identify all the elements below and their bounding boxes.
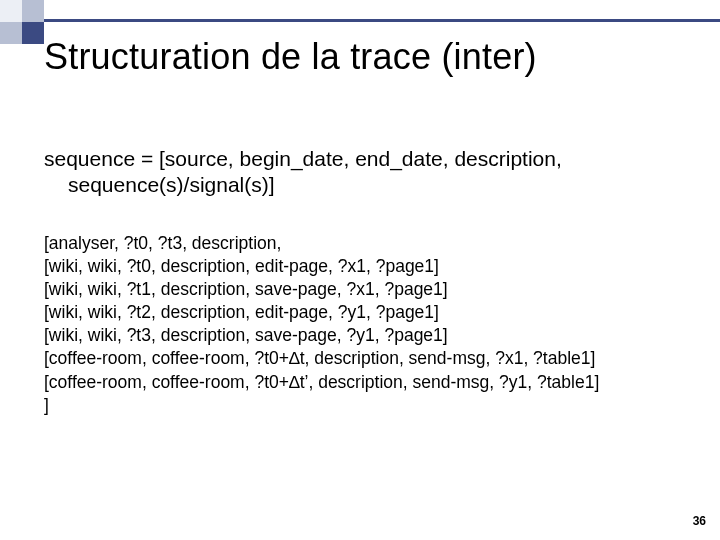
- corner-squares: [0, 0, 44, 44]
- header-rule: [44, 19, 720, 22]
- square-top-left: [0, 0, 22, 22]
- page-number: 36: [693, 514, 706, 528]
- trace-example: [analyser, ?t0, ?t3, description, [wiki,…: [44, 232, 599, 417]
- square-bottom-right: [22, 22, 44, 44]
- trace-line-7: ]: [44, 394, 599, 417]
- trace-line-1: [wiki, wiki, ?t0, description, edit-page…: [44, 255, 599, 278]
- sequence-definition: sequence = [source, begin_date, end_date…: [44, 146, 562, 199]
- trace-line-5: [coffee-room, coffee-room, ?t0+∆t, descr…: [44, 347, 599, 370]
- slide: Structuration de la trace (inter) sequen…: [0, 0, 720, 540]
- def-line-1: sequence = [source, begin_date, end_date…: [44, 146, 562, 172]
- trace-line-3: [wiki, wiki, ?t2, description, edit-page…: [44, 301, 599, 324]
- def-line-2: sequence(s)/signal(s)]: [44, 172, 562, 198]
- square-bottom-left: [0, 22, 22, 44]
- trace-line-2: [wiki, wiki, ?t1, description, save-page…: [44, 278, 599, 301]
- square-top-right: [22, 0, 44, 22]
- slide-title: Structuration de la trace (inter): [44, 36, 537, 78]
- trace-line-6: [coffee-room, coffee-room, ?t0+∆t’, desc…: [44, 371, 599, 394]
- trace-line-0: [analyser, ?t0, ?t3, description,: [44, 232, 599, 255]
- trace-line-4: [wiki, wiki, ?t3, description, save-page…: [44, 324, 599, 347]
